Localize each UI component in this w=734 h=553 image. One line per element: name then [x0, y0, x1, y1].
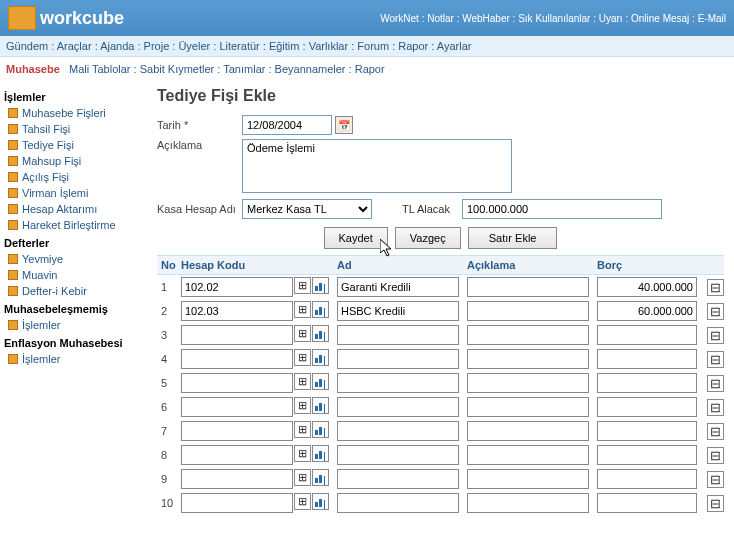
input-aciklama[interactable]	[467, 493, 589, 513]
top-links[interactable]: WorkNet : Notlar : WebHaber : Sık Kullan…	[380, 13, 726, 24]
plus-icon[interactable]: ⊞	[294, 277, 311, 294]
sidebar-item[interactable]: Tediye Fişi	[4, 137, 147, 153]
input-aciklama[interactable]	[467, 277, 589, 297]
chart-icon[interactable]	[312, 397, 329, 414]
input-aciklama[interactable]	[467, 397, 589, 417]
input-hesap-kodu[interactable]	[181, 493, 293, 513]
plus-icon[interactable]: ⊞	[294, 493, 311, 510]
input-aciklama[interactable]	[467, 349, 589, 369]
remove-row-icon[interactable]: ⊟	[707, 351, 724, 368]
plus-icon[interactable]: ⊞	[294, 325, 311, 342]
plus-icon[interactable]: ⊞	[294, 469, 311, 486]
input-ad[interactable]	[337, 397, 459, 417]
input-hesap-kodu[interactable]	[181, 421, 293, 441]
chart-icon[interactable]	[312, 277, 329, 294]
textarea-aciklama[interactable]: Ödeme İşlemi	[242, 139, 512, 193]
input-hesap-kodu[interactable]	[181, 349, 293, 369]
input-borc[interactable]	[597, 397, 697, 417]
chart-icon[interactable]	[312, 349, 329, 366]
input-hesap-kodu[interactable]	[181, 397, 293, 417]
input-ad[interactable]	[337, 493, 459, 513]
submenu-active[interactable]: Muhasebe	[6, 63, 60, 75]
sidebar-item[interactable]: Hesap Aktarımı	[4, 201, 147, 217]
input-aciklama[interactable]	[467, 445, 589, 465]
sidebar-item[interactable]: Açılış Fişi	[4, 169, 147, 185]
input-borc[interactable]	[597, 325, 697, 345]
chart-icon[interactable]	[312, 493, 329, 510]
input-ad[interactable]	[337, 349, 459, 369]
input-tl-alacak[interactable]	[462, 199, 662, 219]
chart-icon[interactable]	[312, 373, 329, 390]
input-hesap-kodu[interactable]	[181, 325, 293, 345]
input-borc[interactable]	[597, 493, 697, 513]
remove-row-icon[interactable]: ⊟	[707, 423, 724, 440]
input-ad[interactable]	[337, 373, 459, 393]
sub-menu[interactable]: Muhasebe Mali Tablolar : Sabit Kıymetler…	[0, 57, 734, 81]
chart-icon[interactable]	[312, 421, 329, 438]
save-button[interactable]: Kaydet	[324, 227, 388, 249]
input-hesap-kodu[interactable]	[181, 445, 293, 465]
input-hesap-kodu[interactable]	[181, 469, 293, 489]
sidebar-item[interactable]: Hareket Birleştirme	[4, 217, 147, 233]
chart-icon[interactable]	[312, 445, 329, 462]
input-aciklama[interactable]	[467, 421, 589, 441]
input-ad[interactable]	[337, 325, 459, 345]
main-menu[interactable]: Gündem : Araçlar : Ajanda : Proje : Üyel…	[0, 36, 734, 57]
chart-icon[interactable]	[312, 301, 329, 318]
calendar-icon[interactable]: 📅	[335, 116, 353, 134]
add-row-button[interactable]: Satır Ekle	[468, 227, 558, 249]
submenu-rest[interactable]: Mali Tablolar : Sabit Kıymetler : Tanıml…	[69, 63, 385, 75]
select-kasa[interactable]: Merkez Kasa TL	[242, 199, 372, 219]
remove-row-icon[interactable]: ⊟	[707, 447, 724, 464]
plus-icon[interactable]: ⊞	[294, 445, 311, 462]
input-aciklama[interactable]	[467, 301, 589, 321]
sidebar-item[interactable]: Tahsil Fişi	[4, 121, 147, 137]
remove-row-icon[interactable]: ⊟	[707, 375, 724, 392]
sidebar-item[interactable]: Defter-i Kebir	[4, 283, 147, 299]
plus-icon[interactable]: ⊞	[294, 373, 311, 390]
input-ad[interactable]	[337, 277, 459, 297]
plus-icon[interactable]: ⊞	[294, 421, 311, 438]
cell-no: 4	[157, 353, 181, 365]
input-aciklama[interactable]	[467, 325, 589, 345]
input-ad[interactable]	[337, 445, 459, 465]
remove-row-icon[interactable]: ⊟	[707, 471, 724, 488]
input-borc[interactable]	[597, 301, 697, 321]
input-ad[interactable]	[337, 301, 459, 321]
input-aciklama[interactable]	[467, 373, 589, 393]
plus-icon[interactable]: ⊞	[294, 301, 311, 318]
remove-row-icon[interactable]: ⊟	[707, 279, 724, 296]
remove-row-icon[interactable]: ⊟	[707, 399, 724, 416]
menu-items[interactable]: Gündem : Araçlar : Ajanda : Proje : Üyel…	[6, 40, 471, 52]
sidebar-item[interactable]: Muavin	[4, 267, 147, 283]
input-borc[interactable]	[597, 277, 697, 297]
remove-row-icon[interactable]: ⊟	[707, 495, 724, 512]
input-ad[interactable]	[337, 469, 459, 489]
sidebar-item[interactable]: Yevmiye	[4, 251, 147, 267]
input-borc[interactable]	[597, 445, 697, 465]
cell-no: 8	[157, 449, 181, 461]
sidebar-item[interactable]: Muhasebe Fişleri	[4, 105, 147, 121]
input-borc[interactable]	[597, 373, 697, 393]
sidebar-item[interactable]: Mahsup Fişi	[4, 153, 147, 169]
remove-row-icon[interactable]: ⊟	[707, 327, 724, 344]
sidebar-item[interactable]: İşlemler	[4, 351, 147, 367]
input-aciklama[interactable]	[467, 469, 589, 489]
input-hesap-kodu[interactable]	[181, 277, 293, 297]
chart-icon[interactable]	[312, 325, 329, 342]
remove-row-icon[interactable]: ⊟	[707, 303, 724, 320]
table-row: 8⊞⊟	[157, 443, 724, 467]
plus-icon[interactable]: ⊞	[294, 349, 311, 366]
input-hesap-kodu[interactable]	[181, 301, 293, 321]
input-borc[interactable]	[597, 421, 697, 441]
chart-icon[interactable]	[312, 469, 329, 486]
input-hesap-kodu[interactable]	[181, 373, 293, 393]
plus-icon[interactable]: ⊞	[294, 397, 311, 414]
input-borc[interactable]	[597, 469, 697, 489]
input-tarih[interactable]	[242, 115, 332, 135]
sidebar-item[interactable]: İşlemler	[4, 317, 147, 333]
input-borc[interactable]	[597, 349, 697, 369]
cancel-button[interactable]: Vazgeç	[395, 227, 461, 249]
input-ad[interactable]	[337, 421, 459, 441]
sidebar-item[interactable]: Virman İşlemi	[4, 185, 147, 201]
